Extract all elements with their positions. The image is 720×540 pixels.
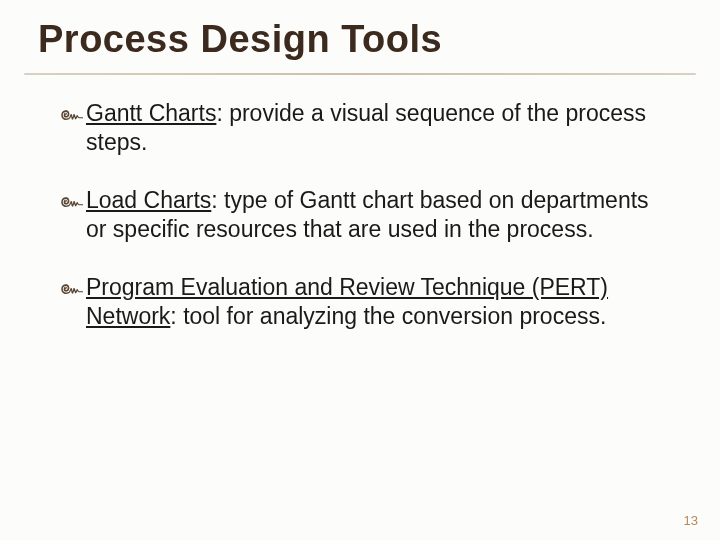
page-number: 13 [684, 513, 698, 528]
item-term: Load Charts [86, 187, 211, 213]
bullet-icon: ๛ [60, 275, 83, 301]
slide-body: ๛ Gantt Charts: provide a visual sequenc… [0, 75, 720, 332]
list-item: ๛ Program Evaluation and Review Techniqu… [60, 273, 670, 332]
slide-title: Process Design Tools [0, 0, 720, 67]
list-item: ๛ Gantt Charts: provide a visual sequenc… [60, 99, 670, 158]
item-term: Gantt Charts [86, 100, 216, 126]
bullet-icon: ๛ [60, 188, 83, 214]
slide: Process Design Tools ๛ Gantt Charts: pro… [0, 0, 720, 540]
bullet-icon: ๛ [60, 101, 83, 127]
item-desc: : tool for analyzing the conversion proc… [170, 303, 606, 329]
list-item: ๛ Load Charts: type of Gantt chart based… [60, 186, 670, 245]
